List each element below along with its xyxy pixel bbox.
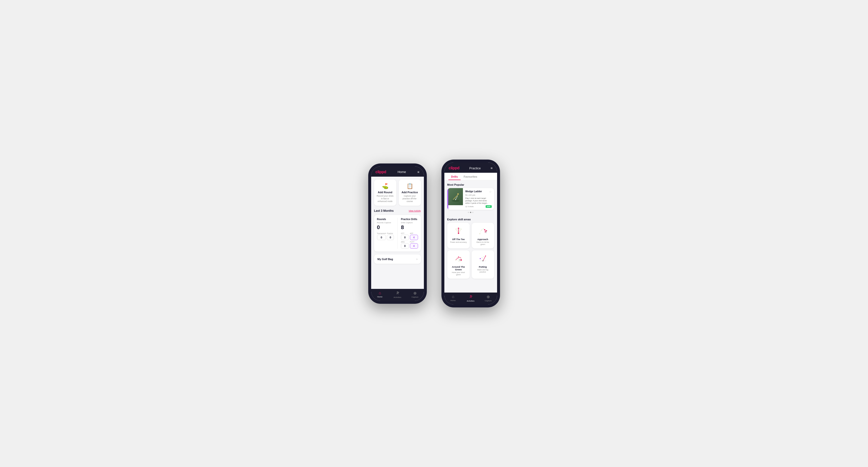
home-logo: clippd <box>376 170 386 174</box>
practice-bottom-nav: ⌂ Home Activities ⊕ Capture <box>444 292 497 305</box>
svg-point-18 <box>483 228 484 229</box>
practice-home-nav-label: Home <box>451 300 456 302</box>
drill-card-wedge-ladder[interactable]: Wedge Ladder ☆ 50–100 yds Play 1 shot at… <box>447 188 494 210</box>
skill-card-off-the-tee[interactable]: Off The Tee Power and accuracy <box>447 223 470 248</box>
rounds-sub-stats: Tournament 0 Practice 0 <box>377 232 394 240</box>
practice-nav-home[interactable]: ⌂ Home <box>444 294 462 302</box>
practice-content: Most Popular <box>444 180 497 292</box>
approach-desc: Dial-in to hit the green <box>475 241 491 245</box>
most-popular-title: Most Popular <box>447 183 494 186</box>
svg-point-26 <box>457 257 458 258</box>
stats-container: Rounds Rounds Capture 0 Tournament 0 Pra… <box>374 215 421 252</box>
practice-tabs: Drills Favourites <box>444 173 497 180</box>
dot-2 <box>470 212 471 213</box>
drill-shots: ◎ 9 shots <box>465 206 474 208</box>
app-label: APP <box>410 232 418 234</box>
practice-home-nav-icon: ⌂ <box>452 294 454 299</box>
off-the-tee-name: Off The Tee <box>452 238 465 241</box>
drills-title: Practice Drills <box>401 218 418 221</box>
tournament-label: Tournament <box>377 232 386 234</box>
nav-activities[interactable]: Activities <box>389 291 406 299</box>
drill-card-footer: ◎ 9 shots APP <box>465 205 492 208</box>
putting-icon-area <box>477 253 488 264</box>
practice-nav-activities[interactable]: Activities <box>462 294 479 302</box>
svg-point-23 <box>485 232 487 233</box>
nav-capture[interactable]: ⊕ Capture <box>406 291 424 299</box>
svg-point-0 <box>397 291 398 292</box>
svg-point-3 <box>457 193 459 195</box>
ott-label: OTT <box>401 232 409 234</box>
svg-point-30 <box>459 259 460 260</box>
around-the-green-icon-area <box>453 253 464 264</box>
add-round-card[interactable]: ⛳ Add Round Record your shots in fast or… <box>374 180 396 206</box>
drills-capture-label: Drills Capture <box>401 222 418 224</box>
home-bottom-nav: ⌂ Home Activities ⊕ Capture <box>371 289 424 301</box>
putt-stat: PUTT 4 <box>410 241 418 249</box>
rounds-capture-label: Rounds Capture <box>377 222 394 224</box>
dot-1 <box>468 212 469 213</box>
rounds-total: 0 <box>377 224 394 230</box>
ott-value: 0 <box>401 235 409 240</box>
activities-nav-icon <box>396 291 400 296</box>
arg-stat: ARG 0 <box>401 241 409 249</box>
practice-menu-icon[interactable]: ≡ <box>491 166 492 170</box>
svg-point-11 <box>457 228 458 229</box>
skill-card-approach[interactable]: Approach Dial-in to hit the green <box>472 223 494 248</box>
phone-practice: clippd Practice ≡ Drills Favourites Most… <box>441 160 500 307</box>
off-the-tee-desc: Power and accuracy <box>450 241 467 243</box>
home-screen: clippd Home ≡ ⛳ Add Round Record your sh… <box>371 166 424 301</box>
add-round-desc: Record your shots in fast or enhanced mo… <box>376 195 394 203</box>
view-activity-link[interactable]: View Activity <box>409 210 421 212</box>
skill-card-putting[interactable]: Putting Make and lag practice <box>472 250 494 279</box>
drill-card-info: Wedge Ladder ☆ 50–100 yds Play 1 shot at… <box>463 188 494 210</box>
dots-indicator <box>447 212 494 213</box>
svg-line-2 <box>453 195 458 199</box>
skill-card-around-the-green[interactable]: Around The Green Hone your short game <box>447 250 470 279</box>
svg-point-15 <box>458 233 459 234</box>
practice-title: Practice <box>469 166 481 170</box>
ott-stat: OTT 0 <box>401 232 409 240</box>
tab-drills[interactable]: Drills <box>448 173 461 180</box>
svg-point-34 <box>483 256 484 257</box>
off-the-tee-icon-area <box>453 226 464 237</box>
home-nav-icon: ⌂ <box>379 291 381 295</box>
home-title: Home <box>398 170 406 174</box>
svg-point-29 <box>461 259 462 260</box>
drills-col: Practice Drills Drills Capture 8 OTT 0 A… <box>401 218 418 249</box>
practice-activities-nav-icon <box>469 294 473 300</box>
stats-title: Last 3 Months <box>374 209 394 213</box>
svg-point-19 <box>484 229 485 230</box>
golf-bag-title: My Golf Bag <box>377 258 393 260</box>
svg-point-16 <box>479 233 480 235</box>
home-content: ⛳ Add Round Record your shots in fast or… <box>371 177 424 289</box>
dot-3 <box>472 212 473 213</box>
explore-section: Explore skill areas <box>444 218 497 282</box>
add-round-icon: ⛳ <box>382 183 389 189</box>
drills-sub-stats: OTT 0 APP 4 <box>401 232 418 240</box>
drill-desc: Play 1 shot at each target yardage. If y… <box>465 197 492 204</box>
phone-home: clippd Home ≡ ⛳ Add Round Record your sh… <box>368 163 427 304</box>
app-value: 4 <box>410 235 418 240</box>
add-practice-card[interactable]: 📋 Add Practice Capture your practice off… <box>399 180 421 206</box>
putt-value: 4 <box>410 243 418 249</box>
golf-bag-chevron: › <box>416 257 417 261</box>
tab-favourites[interactable]: Favourites <box>461 173 480 180</box>
app-stat: APP 4 <box>410 232 418 240</box>
add-practice-icon: 📋 <box>407 183 413 189</box>
home-menu-icon[interactable]: ≡ <box>417 170 419 174</box>
favourite-star-icon[interactable]: ☆ <box>489 190 492 193</box>
svg-point-17 <box>481 230 482 231</box>
home-header: clippd Home ≡ <box>371 166 424 177</box>
golf-bag-row[interactable]: My Golf Bag › <box>374 254 421 264</box>
putting-name: Putting <box>479 266 487 268</box>
drills-total: 8 <box>401 224 418 230</box>
tournament-value: 0 <box>377 235 386 240</box>
around-the-green-desc: Hone your short game <box>450 271 467 276</box>
svg-point-12 <box>458 228 459 229</box>
action-cards: ⛳ Add Round Record your shots in fast or… <box>374 180 421 206</box>
nav-home[interactable]: ⌂ Home <box>371 291 389 299</box>
practice-nav-capture[interactable]: ⊕ Capture <box>479 294 497 302</box>
putt-label: PUTT <box>410 241 418 243</box>
add-practice-desc: Capture your practice off-the-course <box>401 195 418 203</box>
stats-row: Rounds Rounds Capture 0 Tournament 0 Pra… <box>377 218 418 249</box>
